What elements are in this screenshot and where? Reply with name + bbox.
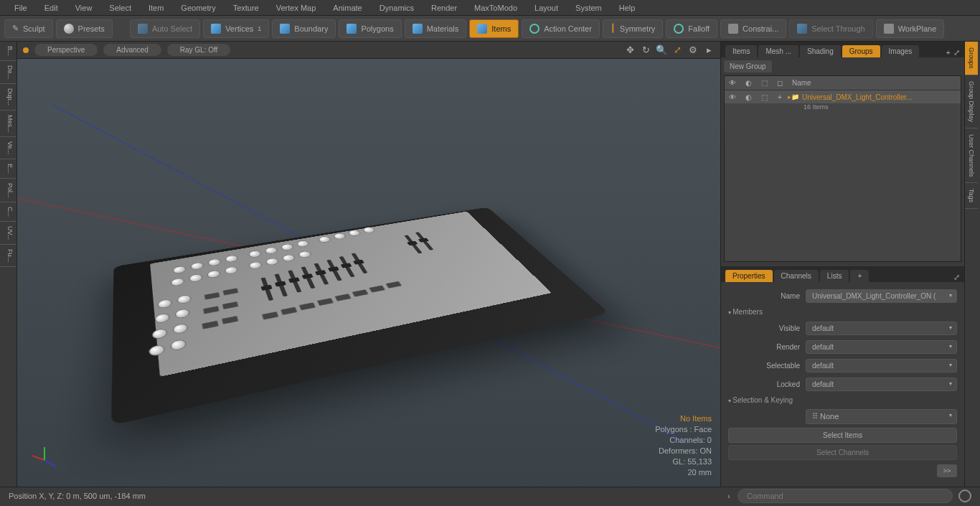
new-group-button[interactable]: New Group xyxy=(724,60,772,72)
falloff-button[interactable]: Falloff xyxy=(666,19,717,38)
boundary-button[interactable]: Boundary xyxy=(272,19,336,38)
none-field[interactable]: ⠿ None xyxy=(806,409,957,424)
plus-icon[interactable]: + xyxy=(946,48,951,57)
grid-icon xyxy=(728,24,738,34)
rightside-groupdisplay[interactable]: Group Display xyxy=(965,75,978,128)
selectable-label: Selectable xyxy=(728,362,800,370)
materials-button[interactable]: Materials xyxy=(405,19,467,38)
selkeying-section[interactable]: Selection & Keying xyxy=(728,393,957,407)
workplane-button[interactable]: WorkPlane xyxy=(876,19,945,38)
selectable-dropdown[interactable]: default xyxy=(806,359,957,373)
group-row[interactable]: 👁◐⬚+ ▸📁 Universal_DMX_Light_Controller..… xyxy=(725,90,961,103)
leftbar-tab-5[interactable]: E... xyxy=(0,159,17,179)
col-icon[interactable]: ◐ xyxy=(740,79,756,87)
record-icon[interactable] xyxy=(958,489,971,502)
viewport-tab-perspective[interactable]: Perspective xyxy=(34,44,98,56)
target-icon xyxy=(529,24,540,34)
menu-system[interactable]: System xyxy=(567,4,611,12)
chevron-right-icon[interactable]: ▸ xyxy=(703,44,715,56)
render-dropdown[interactable]: default xyxy=(806,340,957,354)
chevron-right-icon[interactable]: › xyxy=(727,492,730,500)
zoom-icon[interactable]: 🔍 xyxy=(656,44,667,56)
menu-select[interactable]: Select xyxy=(100,4,140,12)
leftbar-tab-1[interactable]: De... xyxy=(0,61,17,84)
viewport-tab-advanced[interactable]: Advanced xyxy=(103,44,161,56)
menu-view[interactable]: View xyxy=(67,4,101,12)
tab-add[interactable]: + xyxy=(850,270,869,282)
viewport-overlay: No Items Polygons : Face Channels: 0 Def… xyxy=(655,413,712,478)
visible-dropdown[interactable]: default xyxy=(806,322,957,335)
leftbar-tab-7[interactable]: C... xyxy=(0,202,17,222)
go-button[interactable]: >> xyxy=(937,464,957,477)
visible-label: Visible xyxy=(728,324,800,332)
rotate-icon[interactable]: ↻ xyxy=(640,44,651,56)
expand-icon[interactable]: ⤢ xyxy=(953,48,960,57)
cube-icon xyxy=(477,24,487,34)
col-icon[interactable]: ◻ xyxy=(772,79,788,87)
axis-gizmo[interactable] xyxy=(30,445,59,474)
menu-file[interactable]: File xyxy=(6,4,36,12)
dots-icon: ⠿ xyxy=(812,412,820,421)
menu-vertexmap[interactable]: Vertex Map xyxy=(268,4,325,12)
autoselect-button[interactable]: Auto Select xyxy=(130,19,200,38)
viewport-3d[interactable]: No Items Polygons : Face Channels: 0 Def… xyxy=(17,59,720,487)
tab-mesh[interactable]: Mesh ... xyxy=(758,45,798,57)
name-input[interactable]: Universal_DMX_Light_Controller_ON ( xyxy=(806,289,957,303)
tab-images[interactable]: Images xyxy=(882,45,920,57)
viewport-tab-raygl[interactable]: Ray GL: Off xyxy=(167,44,231,56)
maximize-icon[interactable]: ⤢ xyxy=(672,44,683,56)
select-channels-button[interactable]: Select Channels xyxy=(728,445,957,460)
leftbar-tab-3[interactable]: Mes... xyxy=(0,111,17,138)
rightside-tags[interactable]: Tags xyxy=(965,183,978,209)
menu-maxtomodo[interactable]: MaxToModo xyxy=(466,4,526,12)
tab-shading[interactable]: Shading xyxy=(800,45,841,57)
leftbar-tab-4[interactable]: Ve... xyxy=(0,137,17,159)
actioncenter-button[interactable]: Action Center xyxy=(522,19,600,38)
leftbar-tab-6[interactable]: Pol... xyxy=(0,179,17,203)
vertices-button[interactable]: Vertices1 xyxy=(203,19,269,38)
items-button[interactable]: Items xyxy=(469,19,519,38)
move-icon[interactable]: ✥ xyxy=(624,44,636,56)
presets-button[interactable]: Presets xyxy=(56,19,113,38)
tab-channels[interactable]: Channels xyxy=(774,270,819,282)
polygons-button[interactable]: Polygons xyxy=(339,19,401,38)
menu-texture[interactable]: Texture xyxy=(225,4,268,12)
locked-dropdown[interactable]: default xyxy=(806,378,957,391)
gear-icon[interactable]: ⚙ xyxy=(687,44,699,56)
constrain-button[interactable]: Constrai... xyxy=(720,19,786,38)
menu-help[interactable]: Help xyxy=(611,4,644,12)
select-items-button[interactable]: Select Items xyxy=(728,428,957,443)
menu-dynamics[interactable]: Dynamics xyxy=(371,4,423,12)
leftbar-tab-8[interactable]: UV... xyxy=(0,222,17,245)
command-input[interactable]: Command xyxy=(738,489,953,503)
status-bar: Position X, Y, Z: 0 m, 500 um, -184 mm ›… xyxy=(0,487,980,505)
right-sidebar: Groups Group Display User Channels Tags xyxy=(964,42,980,487)
render-label: Render xyxy=(728,343,800,351)
expand-icon[interactable]: ⤢ xyxy=(953,273,960,282)
cube-icon xyxy=(347,24,357,34)
viewport-dot-icon[interactable] xyxy=(23,47,29,53)
tab-properties[interactable]: Properties xyxy=(725,270,773,282)
menu-layout[interactable]: Layout xyxy=(526,4,567,12)
selectthrough-button[interactable]: Select Through xyxy=(789,19,872,38)
leftbar-tab-9[interactable]: Fu... xyxy=(0,245,17,267)
menu-item[interactable]: Item xyxy=(140,4,172,12)
rightside-groups[interactable]: Groups xyxy=(965,42,978,75)
menu-render[interactable]: Render xyxy=(423,4,466,12)
sculpt-button[interactable]: ✎Sculpt xyxy=(4,19,53,38)
symmetry-button[interactable]: ┃Symmetry xyxy=(603,19,664,38)
tab-lists[interactable]: Lists xyxy=(820,270,849,282)
col-name: Name xyxy=(788,79,816,87)
cube-icon xyxy=(413,24,423,34)
leftbar-tab-2[interactable]: Dup... xyxy=(0,84,17,111)
tab-items[interactable]: Items xyxy=(725,45,757,57)
tab-groups[interactable]: Groups xyxy=(842,45,880,57)
menu-animate[interactable]: Animate xyxy=(324,4,370,12)
eye-icon[interactable]: 👁 xyxy=(725,79,740,87)
menu-edit[interactable]: Edit xyxy=(36,4,67,12)
rightside-userchannels[interactable]: User Channels xyxy=(965,128,978,184)
leftbar-tab-0[interactable]: B... xyxy=(0,42,17,61)
members-section[interactable]: Members xyxy=(728,305,957,319)
menu-geometry[interactable]: Geometry xyxy=(172,4,224,12)
col-icon[interactable]: ⬚ xyxy=(756,79,772,87)
